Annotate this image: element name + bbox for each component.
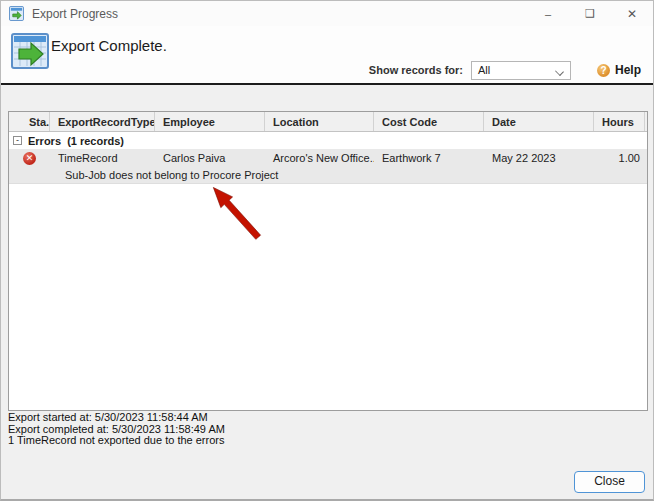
close-window-button[interactable]: ✕ bbox=[611, 1, 653, 26]
status-message: Export Complete. bbox=[51, 37, 167, 54]
export-summary: Export started at: 5/30/2023 11:58:44 AM… bbox=[8, 412, 225, 447]
records-bar: Show records for: All ? Help bbox=[369, 60, 641, 80]
errors-group-row[interactable]: - Errors (1 records) bbox=[9, 132, 647, 149]
window-title: Export Progress bbox=[32, 7, 118, 21]
collapse-toggle-icon[interactable]: - bbox=[13, 136, 22, 145]
cost-code-cell: Earthwork 7 bbox=[374, 149, 484, 167]
help-label: Help bbox=[615, 63, 641, 77]
column-header-date[interactable]: Date bbox=[484, 112, 594, 131]
show-records-dropdown[interactable]: All bbox=[471, 61, 571, 80]
minimize-button[interactable]: – bbox=[527, 1, 569, 26]
column-header-filler bbox=[645, 112, 653, 131]
error-icon: ✕ bbox=[23, 152, 36, 165]
hours-cell: 1.00 bbox=[594, 149, 645, 167]
column-header-location[interactable]: Location bbox=[265, 112, 374, 131]
help-icon: ? bbox=[597, 64, 610, 77]
error-message: Sub-Job does not belong to Procore Proje… bbox=[9, 169, 278, 181]
records-grid: Sta... ExportRecordType Employee Locatio… bbox=[8, 111, 648, 411]
window-controls: – ❑ ✕ bbox=[527, 1, 653, 26]
status-cell: ✕ bbox=[9, 149, 50, 167]
grid-empty-area bbox=[9, 184, 647, 410]
date-cell: May 22 2023 bbox=[484, 149, 594, 167]
export-complete-icon bbox=[11, 33, 49, 69]
table-row[interactable]: ✕ TimeRecord Carlos Paiva Arcoro's New O… bbox=[9, 149, 647, 167]
maximize-button[interactable]: ❑ bbox=[569, 1, 611, 26]
column-header-exportrecordtype[interactable]: ExportRecordType bbox=[50, 112, 155, 131]
location-cell: Arcoro's New Office.... bbox=[265, 149, 374, 167]
employee-cell: Carlos Paiva bbox=[155, 149, 265, 167]
show-records-value: All bbox=[478, 64, 490, 76]
close-button[interactable]: Close bbox=[574, 471, 645, 493]
column-header-employee[interactable]: Employee bbox=[155, 112, 265, 131]
export-progress-window: Export Progress – ❑ ✕ Export Complete. S… bbox=[0, 0, 654, 501]
export-errors-line: 1 TimeRecord not exported due to the err… bbox=[8, 435, 225, 447]
column-header-costcode[interactable]: Cost Code bbox=[374, 112, 484, 131]
header-band: Export Complete. Show records for: All ?… bbox=[1, 26, 653, 85]
record-type-cell: TimeRecord bbox=[50, 149, 155, 167]
column-header-status[interactable]: Sta... bbox=[9, 112, 50, 131]
column-header-hours[interactable]: Hours bbox=[594, 112, 645, 131]
title-bar: Export Progress – ❑ ✕ bbox=[1, 1, 653, 26]
app-icon bbox=[9, 6, 24, 21]
grid-header-row: Sta... ExportRecordType Employee Locatio… bbox=[9, 112, 647, 132]
chevron-down-icon bbox=[555, 67, 564, 76]
show-records-label: Show records for: bbox=[369, 64, 463, 76]
export-started-line: Export started at: 5/30/2023 11:58:44 AM bbox=[8, 412, 225, 424]
errors-group-label: Errors (1 records) bbox=[28, 135, 124, 147]
help-button[interactable]: ? Help bbox=[597, 63, 641, 77]
error-message-row[interactable]: Sub-Job does not belong to Procore Proje… bbox=[9, 167, 647, 184]
